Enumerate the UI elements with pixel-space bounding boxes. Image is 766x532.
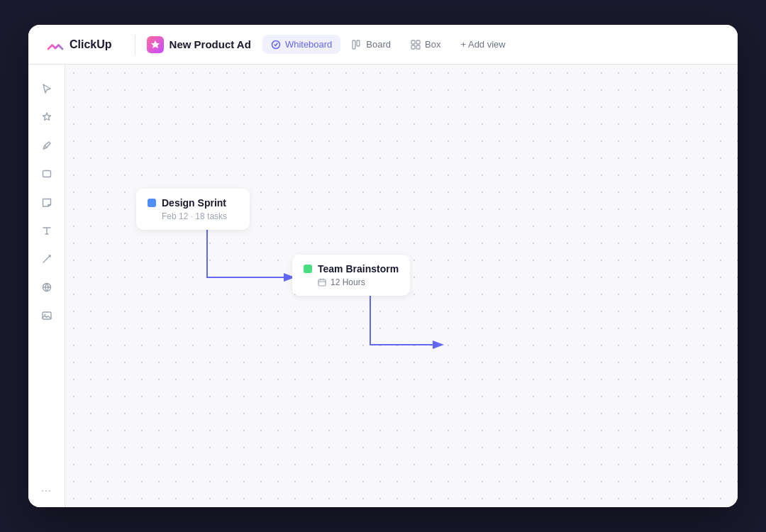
card-title: Team Brainstorm bbox=[318, 263, 399, 275]
card-meta: Feb 12 · 18 tasks bbox=[162, 211, 238, 221]
svg-rect-3 bbox=[411, 40, 415, 44]
svg-rect-4 bbox=[416, 40, 420, 44]
svg-rect-11 bbox=[318, 279, 326, 286]
pen-tool[interactable] bbox=[34, 133, 60, 158]
svg-rect-1 bbox=[353, 40, 355, 49]
image-tool[interactable] bbox=[34, 303, 60, 328]
tab-board[interactable]: Board bbox=[343, 35, 399, 54]
board-icon bbox=[352, 40, 362, 50]
cursor-tool[interactable] bbox=[34, 76, 60, 101]
logo[interactable]: ClickUp bbox=[45, 35, 112, 55]
design-sprint-card[interactable]: Design Sprint Feb 12 · 18 tasks bbox=[136, 189, 250, 230]
connector-tool[interactable] bbox=[34, 246, 60, 272]
box-icon bbox=[411, 40, 421, 50]
logo-text: ClickUp bbox=[70, 38, 112, 51]
team-brainstorm-card[interactable]: Team Brainstorm 12 Hours bbox=[292, 255, 410, 296]
sidebar: ··· bbox=[28, 65, 65, 507]
magic-tool[interactable] bbox=[34, 104, 60, 130]
svg-rect-9 bbox=[43, 312, 51, 319]
card-title: Design Sprint bbox=[162, 197, 226, 209]
tab-box[interactable]: Box bbox=[402, 35, 449, 54]
clock-icon bbox=[318, 278, 326, 287]
card-status-dot bbox=[148, 199, 156, 207]
card-detail: 12 Hours bbox=[318, 277, 399, 287]
more-tools-button[interactable]: ··· bbox=[41, 484, 52, 496]
tab-whiteboard[interactable]: Whiteboard bbox=[262, 35, 340, 54]
svg-rect-5 bbox=[411, 45, 415, 49]
project-name: New Product Ad bbox=[170, 38, 251, 50]
card-header: Team Brainstorm bbox=[304, 263, 399, 275]
whiteboard-canvas[interactable]: Design Sprint Feb 12 · 18 tasks Team Bra… bbox=[65, 65, 738, 507]
header-divider bbox=[135, 35, 135, 55]
globe-tool[interactable] bbox=[34, 275, 60, 300]
note-tool[interactable] bbox=[34, 189, 60, 215]
header: ClickUp New Product Ad Whiteboard bbox=[28, 25, 738, 65]
svg-rect-2 bbox=[357, 40, 360, 46]
card-header: Design Sprint bbox=[148, 197, 238, 209]
svg-rect-7 bbox=[43, 171, 50, 177]
card-status-dot bbox=[304, 265, 312, 273]
main-content: ··· bbox=[28, 65, 738, 507]
rectangle-tool[interactable] bbox=[34, 161, 60, 187]
svg-point-10 bbox=[44, 314, 45, 316]
add-view-button[interactable]: + Add view bbox=[452, 35, 514, 54]
project-icon bbox=[147, 36, 164, 53]
text-tool[interactable] bbox=[34, 218, 60, 243]
svg-rect-6 bbox=[416, 45, 420, 49]
whiteboard-icon bbox=[271, 40, 281, 50]
app-window: ClickUp New Product Ad Whiteboard bbox=[28, 25, 738, 507]
nav-tabs: Whiteboard Board Box bbox=[262, 35, 514, 54]
